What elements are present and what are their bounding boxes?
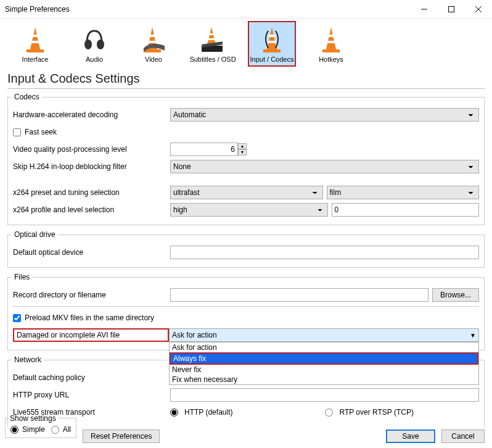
svg-rect-17 (327, 41, 335, 43)
svg-rect-14 (268, 41, 276, 43)
hw-decode-label: Hardware-accelerated decoding (13, 110, 170, 119)
x264-tune-select[interactable]: film (327, 186, 480, 199)
titlebar: Simple Preferences (0, 0, 492, 19)
svg-point-5 (97, 39, 104, 49)
cone-icon (316, 25, 346, 54)
files-group: Files Record directory or filename Brows… (7, 273, 485, 351)
x264-preset-label: x264 preset and tuning selection (13, 188, 170, 197)
svg-rect-2 (31, 41, 39, 43)
tab-label: Hotkeys (319, 56, 343, 63)
svg-rect-3 (27, 49, 44, 52)
x264-profile-label: x264 profile and level selection (13, 205, 170, 214)
damaged-option-highlighted[interactable]: Always fix (170, 352, 478, 365)
spin-up-icon[interactable]: ▲ (238, 143, 247, 149)
tab-audio[interactable]: Audio (70, 21, 118, 67)
damaged-option[interactable]: Ask for action (170, 342, 478, 352)
x264-level-input[interactable] (332, 203, 480, 217)
svg-rect-10 (207, 38, 216, 40)
damaged-avi-label: Damaged or incomplete AVI file (13, 328, 169, 342)
cone-film-icon (139, 25, 168, 54)
browse-button[interactable]: Browse... (432, 288, 479, 302)
record-input[interactable] (170, 288, 428, 302)
chevron-down-icon: ▼ (470, 332, 476, 339)
cone-clapper-icon (198, 25, 228, 54)
tab-input-codecs[interactable]: Input / Codecs (248, 21, 296, 67)
cone-cables-icon (257, 25, 287, 54)
tab-strip: Interface Audio Video Subtitles / OSD In… (0, 19, 492, 67)
tab-label: Input / Codecs (250, 56, 294, 63)
codecs-legend: Codecs (12, 93, 42, 101)
vq-label: Video quality post-processing level (13, 145, 170, 154)
damaged-option[interactable]: Fix when necessary (170, 375, 478, 384)
svg-rect-15 (263, 49, 281, 52)
cancel-button[interactable]: Cancel (441, 429, 485, 443)
network-legend: Network (12, 355, 44, 364)
preload-checkbox[interactable]: Preload MKV files in the same directory (13, 313, 154, 322)
svg-rect-6 (149, 35, 155, 37)
tab-subtitles[interactable]: Subtitles / OSD (189, 21, 237, 67)
all-radio[interactable]: All (51, 425, 71, 434)
svg-rect-7 (148, 41, 157, 43)
tab-label: Subtitles / OSD (189, 56, 236, 63)
minimize-button[interactable] (411, 0, 438, 19)
svg-rect-0 (449, 6, 454, 12)
hw-decode-select[interactable]: Automatic (170, 108, 479, 122)
svg-point-4 (84, 39, 92, 49)
divider (7, 88, 485, 89)
tab-interface[interactable]: Interface (11, 21, 59, 67)
damaged-avi-options: Ask for action Always fix Never fix Fix … (169, 342, 479, 385)
skip-label: Skip H.264 in-loop deblocking filter (13, 162, 170, 171)
simple-radio[interactable]: Simple (10, 425, 45, 434)
close-button[interactable] (465, 0, 492, 19)
vq-spinner[interactable]: ▲▼ (170, 143, 247, 156)
proxy-label: HTTP proxy URL (13, 391, 170, 399)
files-legend: Files (12, 273, 32, 281)
skip-select[interactable]: None (170, 160, 479, 173)
svg-rect-8 (144, 49, 161, 52)
fast-seek-checkbox[interactable]: Fast seek (13, 128, 57, 136)
damaged-avi-dropdown[interactable]: Ask for action ▼ Ask for action Always f… (169, 328, 479, 342)
cone-icon (20, 25, 50, 54)
settings-content: Codecs Hardware-accelerated decoding Aut… (0, 93, 492, 427)
tab-video[interactable]: Video (129, 21, 178, 67)
save-button[interactable]: Save (386, 429, 435, 443)
vq-input[interactable] (170, 143, 238, 156)
page-title: Input & Codecs Settings (0, 67, 492, 88)
x264-profile-select[interactable]: high (170, 203, 328, 217)
reset-button[interactable]: Reset Preferences (83, 429, 160, 443)
maximize-button[interactable] (438, 0, 465, 19)
svg-rect-16 (328, 35, 334, 37)
svg-rect-13 (269, 35, 275, 37)
proxy-input[interactable] (170, 388, 479, 402)
x264-preset-select[interactable]: ultrafast (170, 186, 323, 199)
tab-hotkeys[interactable]: Hotkeys (307, 21, 355, 67)
show-settings-group: Show settings Simple All (5, 414, 76, 438)
tab-label: Interface (22, 56, 49, 63)
optical-group: Optical drive Default optical device (7, 230, 485, 268)
damaged-avi-value: Ask for action (172, 331, 217, 339)
spin-down-icon[interactable]: ▼ (238, 149, 247, 156)
tab-label: Audio (86, 56, 103, 63)
headphones-icon (80, 25, 109, 54)
optical-default-label: Default optical device (13, 248, 170, 257)
svg-rect-9 (208, 33, 215, 35)
show-settings-legend: Show settings (8, 414, 58, 423)
svg-rect-18 (322, 49, 340, 52)
damaged-option[interactable]: Never fix (170, 365, 478, 375)
record-label: Record directory or filename (13, 291, 170, 299)
cache-label: Default caching policy (13, 373, 170, 382)
tab-label: Video (145, 56, 162, 63)
footer: Show settings Simple All Reset Preferenc… (5, 414, 485, 443)
codecs-group: Codecs Hardware-accelerated decoding Aut… (7, 93, 485, 225)
window-title: Simple Preferences (5, 5, 411, 14)
divider (13, 306, 479, 307)
optical-legend: Optical drive (12, 230, 58, 239)
optical-default-select[interactable] (170, 246, 479, 259)
svg-rect-1 (32, 35, 38, 37)
